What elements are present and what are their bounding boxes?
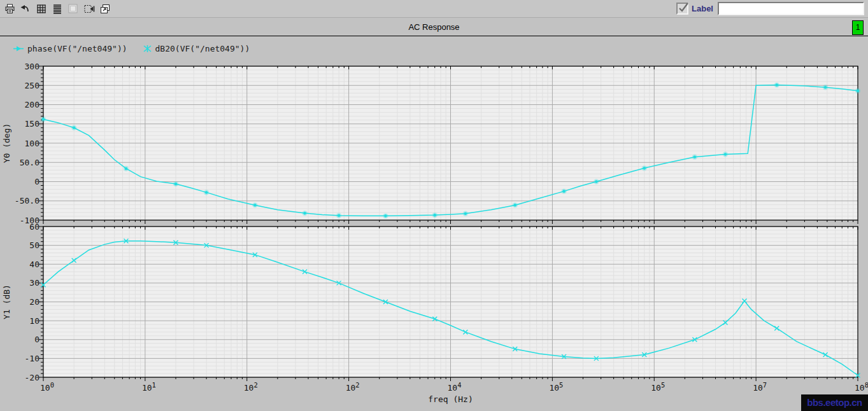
x-tick-label: 104 — [448, 381, 462, 393]
y-tick-label: 50.0 — [20, 158, 39, 167]
y-tick-label: 100 — [25, 139, 39, 148]
chart-area[interactable]: 30025020015010050.00-50.0-100Y0 (deg)605… — [0, 0, 868, 411]
new-window-icon[interactable] — [98, 2, 112, 16]
magnitude-plot[interactable]: 6050403020100-10-20Y1 (dB) — [2, 222, 860, 382]
y-tick-label: 50 — [29, 240, 39, 250]
page-title: AC Response — [0, 22, 868, 32]
strip-chart-icon[interactable] — [50, 2, 64, 16]
legend: phase(VF("/net049")) dB20(VF("/net049")) — [0, 36, 868, 60]
compose-disabled-icon — [66, 2, 80, 16]
print-icon[interactable] — [3, 2, 17, 16]
y-tick-label: 250 — [25, 81, 39, 90]
paste-region-icon[interactable] — [82, 2, 96, 16]
y-tick-label: 0 — [34, 177, 39, 186]
x-axis: 100101102102104105105107108freq (Hz) — [40, 381, 868, 404]
y-tick-label: 20 — [29, 297, 39, 307]
toolbar: Label — [0, 0, 868, 18]
phase-plot[interactable]: 30025020015010050.00-50.0-100Y0 (deg) — [2, 62, 860, 225]
y-tick-label: -20 — [25, 373, 39, 382]
asterisk-marker-icon — [143, 45, 152, 53]
label-checkbox[interactable] — [676, 3, 688, 15]
grid-icon[interactable] — [34, 2, 48, 16]
watermark: bbs.eetop.cn — [801, 394, 868, 411]
y-tick-label: -50.0 — [15, 196, 39, 206]
label-input[interactable] — [718, 2, 864, 15]
x-tick-label: 105 — [549, 381, 563, 393]
triangle-marker-icon — [13, 45, 24, 53]
x-tick-label: 100 — [40, 381, 54, 393]
y-tick-label: 30 — [29, 278, 39, 288]
x-tick-label: 107 — [753, 381, 767, 393]
y-tick-label: 10 — [29, 316, 39, 326]
y-tick-label: 0 — [34, 335, 39, 344]
x-tick-label: 105 — [651, 381, 665, 393]
undo-icon[interactable] — [18, 2, 32, 16]
x-tick-label: 108 — [855, 381, 868, 393]
window-number-badge[interactable]: 1 — [852, 20, 864, 35]
legend-item-phase[interactable]: phase(VF("/net049")) — [13, 44, 127, 53]
x-tick-label: 102 — [346, 381, 360, 393]
y-tick-label: 300 — [25, 62, 39, 71]
x-tick-label: 101 — [142, 381, 156, 393]
label-checkbox-text: Label — [692, 4, 713, 13]
x-tick-label: 102 — [244, 381, 258, 393]
title-bar: AC Response 1 — [0, 18, 868, 36]
legend-item-db20[interactable]: dB20(VF("/net049")) — [143, 44, 250, 53]
y-tick-label: 200 — [25, 100, 39, 109]
legend-label-db20: dB20(VF("/net049")) — [155, 44, 250, 53]
y-tick-label: 40 — [29, 260, 39, 269]
y-tick-label: 150 — [25, 119, 39, 129]
y-axis-title: Y0 (deg) — [2, 123, 11, 164]
legend-label-phase: phase(VF("/net049")) — [27, 44, 127, 53]
y-tick-label: 60 — [29, 222, 39, 232]
y-axis-title: Y1 (dB) — [2, 284, 11, 319]
y-tick-label: -10 — [25, 354, 39, 363]
x-axis-title: freq (Hz) — [428, 394, 473, 404]
